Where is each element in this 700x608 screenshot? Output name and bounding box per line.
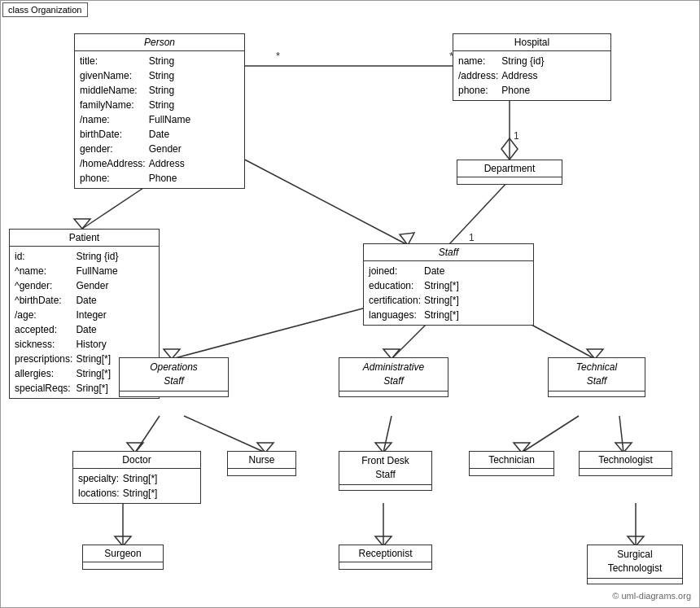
technologist-class: Technologist xyxy=(579,451,672,476)
surgical-technologist-body xyxy=(588,579,682,584)
department-title: Department xyxy=(457,160,562,177)
svg-line-22 xyxy=(619,416,623,453)
receptionist-title: Receptionist xyxy=(339,545,431,562)
receptionist-body xyxy=(339,562,431,569)
diagram-title: class Organization xyxy=(2,2,88,17)
person-title: Person xyxy=(75,34,244,51)
svg-text:*: * xyxy=(276,50,280,62)
operations-staff-class: OperationsStaff xyxy=(119,357,229,397)
surgeon-body xyxy=(83,562,163,569)
svg-line-20 xyxy=(522,416,579,453)
surgical-technologist-class: SurgicalTechnologist xyxy=(587,545,683,584)
person-body: title:String givenName:String middleName… xyxy=(75,51,244,188)
surgical-technologist-title: SurgicalTechnologist xyxy=(588,545,682,579)
watermark: © uml-diagrams.org xyxy=(612,591,691,601)
nurse-body xyxy=(228,469,295,475)
operations-staff-title: OperationsStaff xyxy=(120,358,228,391)
doctor-title: Doctor xyxy=(73,452,200,469)
staff-title: Staff xyxy=(364,244,533,261)
staff-class: Staff joined:Date education:String[*] ce… xyxy=(363,243,534,326)
department-body xyxy=(457,177,562,184)
svg-line-7 xyxy=(448,180,510,245)
technician-class: Technician xyxy=(469,451,554,476)
technical-staff-title: TechnicalStaff xyxy=(549,358,645,391)
technician-title: Technician xyxy=(470,452,553,469)
person-class: Person title:String givenName:String mid… xyxy=(74,33,245,189)
svg-line-8 xyxy=(172,302,387,359)
svg-text:1: 1 xyxy=(514,130,519,142)
technician-body xyxy=(470,469,553,475)
operations-staff-body xyxy=(120,391,228,396)
svg-line-14 xyxy=(135,416,160,453)
department-class: Department xyxy=(457,160,562,185)
svg-marker-1 xyxy=(74,219,90,229)
nurse-title: Nurse xyxy=(228,452,295,469)
surgeon-class: Surgeon xyxy=(82,545,164,570)
doctor-class: Doctor specialty:String[*] locations:Str… xyxy=(72,451,201,504)
surgeon-title: Surgeon xyxy=(83,545,163,562)
diagram-container: class Organization xyxy=(0,0,700,608)
hospital-title: Hospital xyxy=(453,34,610,51)
receptionist-class: Receptionist xyxy=(339,545,432,570)
svg-line-18 xyxy=(383,416,392,453)
administrative-staff-body xyxy=(339,391,448,396)
hospital-class: Hospital name:String {id} /address:Addre… xyxy=(453,33,611,101)
nurse-class: Nurse xyxy=(227,451,296,476)
hospital-body: name:String {id} /address:Address phone:… xyxy=(453,51,610,100)
svg-line-2 xyxy=(237,155,408,245)
technologist-body xyxy=(580,469,672,475)
doctor-body: specialty:String[*] locations:String[*] xyxy=(73,469,200,503)
staff-body: joined:Date education:String[*] certific… xyxy=(364,261,533,325)
front-desk-staff-body xyxy=(339,485,431,490)
administrative-staff-title: AdministrativeStaff xyxy=(339,358,448,391)
front-desk-staff-class: Front DeskStaff xyxy=(339,451,432,491)
technical-staff-class: TechnicalStaff xyxy=(548,357,645,397)
svg-text:1: 1 xyxy=(469,232,475,243)
front-desk-staff-title: Front DeskStaff xyxy=(339,452,431,485)
technical-staff-body xyxy=(549,391,645,396)
svg-line-16 xyxy=(184,416,265,453)
svg-marker-5 xyxy=(501,138,518,160)
technologist-title: Technologist xyxy=(580,452,672,469)
patient-title: Patient xyxy=(10,230,159,247)
administrative-staff-class: AdministrativeStaff xyxy=(339,357,448,397)
